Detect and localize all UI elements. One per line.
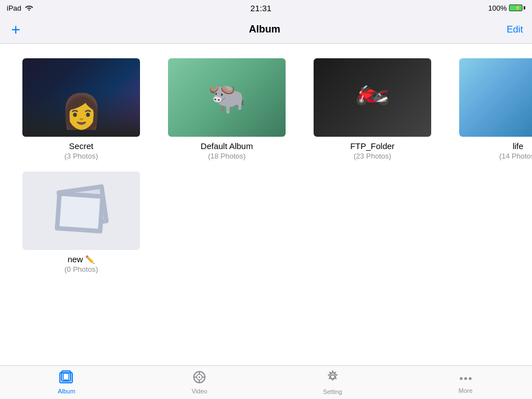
svg-point-0	[29, 9, 30, 10]
album-name-new: new ✏️	[68, 254, 95, 264]
album-count-new: (0 Photos)	[64, 265, 98, 273]
album-name-ftp: FTP_Folder	[350, 141, 394, 151]
frame-stack	[53, 187, 109, 235]
tab-album[interactable]: Album	[0, 367, 133, 398]
album-item-default[interactable]: Default Album (18 Photos)	[168, 58, 286, 160]
wifi-icon	[25, 4, 34, 12]
svg-point-6	[199, 377, 200, 378]
albums-grid: Secret (3 Photos) Default Album (18 Phot…	[22, 53, 510, 279]
setting-tab-icon	[325, 370, 340, 387]
tab-more-label: More	[459, 387, 473, 394]
album-name-secret: Secret	[69, 141, 93, 151]
status-right: 100% ⚡	[488, 4, 525, 12]
more-tab-icon	[460, 371, 472, 386]
main-content: Secret (3 Photos) Default Album (18 Phot…	[0, 44, 532, 365]
battery-percent: 100%	[488, 4, 507, 12]
album-thumb-life	[459, 58, 532, 137]
status-left: iPad	[7, 4, 34, 12]
pencil-icon: ✏️	[85, 255, 95, 264]
album-name-life: life	[512, 141, 523, 151]
album-thumb-new	[22, 171, 140, 250]
status-time: 21:31	[250, 3, 272, 13]
album-item-new[interactable]: new ✏️ (0 Photos)	[22, 171, 140, 273]
album-name-default: Default Album	[200, 141, 253, 151]
edit-button[interactable]: Edit	[507, 24, 523, 35]
tab-setting[interactable]: Setting	[266, 366, 399, 398]
album-count-default: (18 Photos)	[208, 152, 245, 160]
album-item-secret[interactable]: Secret (3 Photos)	[22, 58, 140, 160]
add-button[interactable]: +	[9, 20, 22, 40]
tab-video-label: Video	[192, 388, 207, 395]
svg-point-11	[330, 375, 335, 379]
device-label: iPad	[7, 4, 21, 12]
nav-bar: + Album Edit	[0, 16, 532, 44]
tab-album-label: Album	[58, 388, 75, 395]
video-tab-icon	[192, 370, 207, 386]
album-item-life[interactable]: life (14 Photos)	[459, 58, 532, 160]
album-count-ftp: (23 Photos)	[353, 152, 391, 160]
album-count-life: (14 Photos)	[499, 152, 532, 160]
album-thumb-ftp	[314, 58, 431, 137]
album-tab-icon	[59, 370, 74, 386]
album-thumb-secret	[22, 58, 140, 137]
album-thumb-default	[168, 58, 286, 137]
album-count-secret: (3 Photos)	[64, 152, 98, 160]
tab-bar: Album Video Setting	[0, 365, 532, 399]
album-item-ftp[interactable]: FTP_Folder (23 Photos)	[314, 58, 431, 160]
status-bar: iPad 21:31 100% ⚡	[0, 0, 532, 16]
tab-more[interactable]: More	[399, 368, 533, 397]
frame-front	[55, 191, 105, 234]
svg-rect-3	[63, 373, 69, 380]
page-title: Album	[249, 24, 281, 35]
tab-video[interactable]: Video	[133, 367, 267, 398]
tab-setting-label: Setting	[323, 388, 342, 395]
battery-icon: ⚡	[509, 4, 525, 11]
